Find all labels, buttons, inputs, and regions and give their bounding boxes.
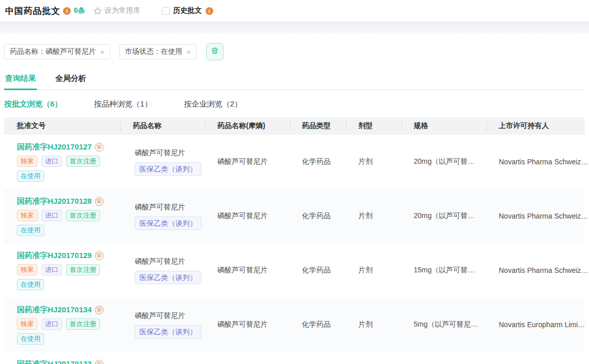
badge-in-use: 在使用 <box>17 170 44 182</box>
review-icon[interactable]: 审 <box>95 197 104 206</box>
badge-exclusive: 独家 <box>17 264 37 275</box>
approval-number-link[interactable]: 国药准字HJ20170133 <box>17 359 92 364</box>
badge-first-registration: 首次注册 <box>66 210 100 221</box>
table-body: 国药准字HJ20170127 审 独家 进口 首次注册 在使用 磷酸芦可替尼片 … <box>4 135 585 364</box>
approval-number-line: 国药准字HJ20170133 审 <box>17 359 104 364</box>
col-spec: 规格 <box>401 121 486 131</box>
badge-exclusive: 独家 <box>17 156 37 167</box>
drug-name-cell: 磷酸芦可替尼片 医保乙类（谈判） <box>120 203 205 230</box>
filter-tag-drug-name: 药品名称：磷酸芦可替尼片 × <box>4 44 110 59</box>
history-checkbox[interactable] <box>162 7 170 15</box>
approvals-table: 批准文号 药品名称 药品名称(摩熵) 药品类型 剂型 规格 上市许可持有人 国药… <box>4 117 585 364</box>
badge-import: 进口 <box>42 264 62 275</box>
insurance-tag: 医保乙类（谈判） <box>135 217 201 230</box>
star-icon <box>93 7 102 15</box>
badges-line: 独家 进口 首次注册 <box>17 156 100 167</box>
separator-band <box>0 22 589 33</box>
dosage-form-cell: 片剂 <box>346 266 401 275</box>
table-row: 国药准字HJ20170133 审 独家 进口 首次注册 在使用 磷酸芦可替尼片 … <box>4 352 585 364</box>
table-row: 国药准字HJ20170129 审 独家 进口 首次注册 在使用 磷酸芦可替尼片 … <box>4 243 585 297</box>
history-label: 历史批文 <box>173 6 202 15</box>
review-icon[interactable]: 审 <box>95 360 104 364</box>
remove-filter-icon[interactable]: × <box>187 48 191 56</box>
badge-first-registration: 首次注册 <box>66 264 100 275</box>
result-tabs: 查询结果 全局分析 <box>4 72 585 90</box>
clear-all-filters-button[interactable] <box>206 43 224 60</box>
approval-number-link[interactable]: 国药准字HJ20170127 <box>17 142 92 152</box>
badge-exclusive: 独家 <box>17 210 37 221</box>
holder-cell: Novartis Pharma Schweiz… <box>486 212 589 220</box>
table-row: 国药准字HJ20170128 审 独家 进口 首次注册 在使用 磷酸芦可替尼片 … <box>4 189 585 243</box>
col-drug-name-menet: 药品名称(摩熵) <box>205 121 290 131</box>
page-title: 中国药品批文 <box>5 5 60 17</box>
tab-query-results[interactable]: 查询结果 <box>4 72 37 90</box>
result-count: 6条 <box>74 6 85 15</box>
approval-number-link[interactable]: 国药准字HJ20170128 <box>17 197 92 206</box>
review-icon[interactable]: 审 <box>95 143 104 152</box>
set-favorite-button[interactable]: 设为常用库 <box>93 6 140 15</box>
drug-type-cell: 化学药品 <box>290 266 346 275</box>
approval-number-line: 国药准字HJ20170129 审 <box>17 251 104 261</box>
badge-in-use: 在使用 <box>17 225 44 236</box>
drug-type-cell: 化学药品 <box>290 320 346 329</box>
tab-global-analysis[interactable]: 全局分析 <box>54 72 87 90</box>
drug-type-cell: 化学药品 <box>290 211 346 221</box>
approval-cell: 国药准字HJ20170127 审 独家 进口 首次注册 在使用 <box>4 135 120 189</box>
insurance-tag: 医保乙类（谈判） <box>135 271 201 284</box>
approval-cell: 国药准字HJ20170133 审 独家 进口 首次注册 在使用 <box>4 352 120 364</box>
approval-number-line: 国药准字HJ20170127 审 <box>17 142 104 152</box>
title-info-icon[interactable]: i <box>63 7 71 15</box>
main-content: 药品名称：磷酸芦可替尼片 × 市场状态：在使用 × 查询结果 全局分析 按批文浏… <box>0 33 589 364</box>
trash-icon <box>211 47 219 57</box>
insurance-tag: 医保乙类（谈判） <box>135 162 201 176</box>
subtab-by-enterprise[interactable]: 按企业浏览（2） <box>184 99 242 109</box>
badge-exclusive: 独家 <box>17 318 37 330</box>
approval-number-link[interactable]: 国药准字HJ20170134 <box>17 305 92 315</box>
badge-import: 进口 <box>42 210 62 221</box>
browse-subtabs: 按批文浏览（6） 按品种浏览（1） 按企业浏览（2） <box>4 99 585 109</box>
subtab-by-variety[interactable]: 按品种浏览（1） <box>94 99 152 109</box>
col-drug-name: 药品名称 <box>120 121 205 131</box>
top-bar: 中国药品批文 i 6条 设为常用库 历史批文 i <box>0 0 589 22</box>
holder-cell: Novartis Pharma Schweiz… <box>486 158 589 166</box>
filter-tag-label: 市场状态：在使用 <box>125 47 182 56</box>
approval-cell: 国药准字HJ20170128 审 独家 进口 首次注册 在使用 <box>4 189 120 243</box>
holder-cell: Novartis Europharm Limi… <box>486 320 589 329</box>
badges-line: 独家 进口 首次注册 <box>17 210 100 221</box>
table-header: 批准文号 药品名称 药品名称(摩熵) 药品类型 剂型 规格 上市许可持有人 <box>4 117 585 135</box>
drug-name-cell: 磷酸芦可替尼片 医保乙类（谈判） <box>120 311 205 338</box>
badge-import: 进口 <box>42 318 62 330</box>
col-holder: 上市许可持有人 <box>486 121 589 131</box>
review-icon[interactable]: 审 <box>95 251 104 260</box>
drug-name-menet-cell: 磷酸芦可替尼片 <box>205 157 290 166</box>
filter-row: 药品名称：磷酸芦可替尼片 × 市场状态：在使用 × <box>4 43 585 60</box>
drug-name: 磷酸芦可替尼片 <box>135 203 185 212</box>
approval-cell: 国药准字HJ20170129 审 独家 进口 首次注册 在使用 <box>4 243 120 297</box>
dosage-form-cell: 片剂 <box>346 320 401 329</box>
spec-cell: 20mg（以芦可替… <box>401 211 486 221</box>
badge-in-use: 在使用 <box>17 333 44 345</box>
review-icon[interactable]: 审 <box>95 306 104 314</box>
holder-cell: Novartis Pharma Schweiz… <box>486 266 589 274</box>
badges-line: 独家 进口 首次注册 <box>17 264 100 275</box>
drug-name-cell: 磷酸芦可替尼片 医保乙类（谈判） <box>120 257 205 284</box>
approval-number-link[interactable]: 国药准字HJ20170129 <box>17 251 92 261</box>
history-approvals-toggle: 历史批文 i <box>162 6 213 15</box>
approval-cell: 国药准字HJ20170134 审 独家 进口 首次注册 在使用 <box>4 297 120 352</box>
approval-number-line: 国药准字HJ20170134 审 <box>17 305 104 315</box>
filter-tag-market-status: 市场状态：在使用 × <box>119 44 197 59</box>
drug-name-menet-cell: 磷酸芦可替尼片 <box>205 211 290 221</box>
subtab-by-approval[interactable]: 按批文浏览（6） <box>4 99 62 109</box>
spec-cell: 15mg（以芦可替… <box>401 266 486 275</box>
badge-import: 进口 <box>42 156 62 167</box>
remove-filter-icon[interactable]: × <box>100 48 105 56</box>
drug-name-menet-cell: 磷酸芦可替尼片 <box>205 266 290 275</box>
approval-number-line: 国药准字HJ20170128 审 <box>17 197 104 206</box>
drug-name-menet-cell: 磷酸芦可替尼片 <box>205 320 290 329</box>
dosage-form-cell: 片剂 <box>346 211 401 221</box>
filter-tag-label: 药品名称：磷酸芦可替尼片 <box>10 47 96 56</box>
history-info-icon[interactable]: i <box>206 7 213 15</box>
set-favorite-label: 设为常用库 <box>105 6 140 15</box>
insurance-tag: 医保乙类（谈判） <box>135 325 201 338</box>
dosage-form-cell: 片剂 <box>346 157 401 166</box>
